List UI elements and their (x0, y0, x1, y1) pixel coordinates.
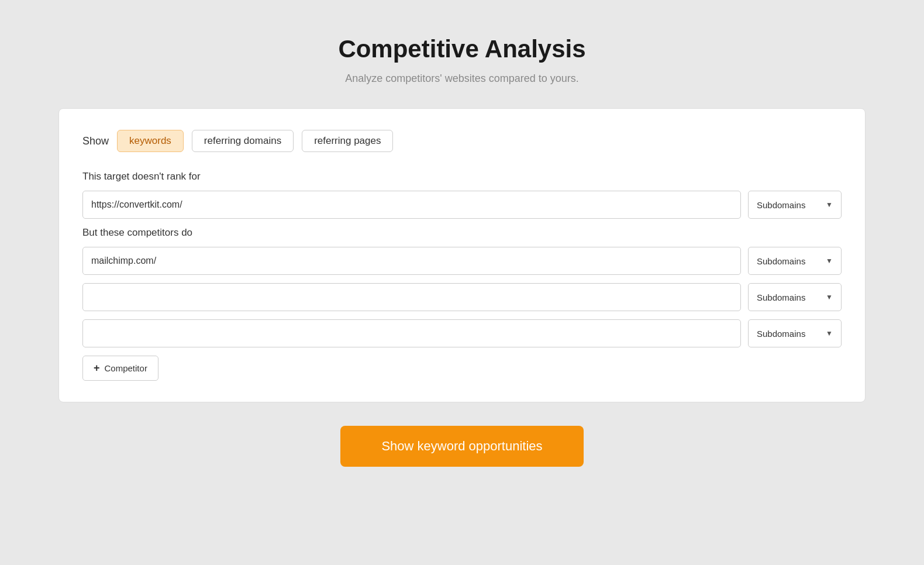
chevron-down-icon: ▼ (826, 257, 833, 265)
page-subtitle: Analyze competitors' websites compared t… (345, 73, 579, 85)
competitor-input-1[interactable] (82, 283, 741, 311)
plus-icon: + (94, 362, 100, 374)
show-label: Show (82, 135, 109, 147)
competitor-dropdown-label-0: Subdomains (757, 256, 805, 266)
show-row: Show keywords referring domains referrin… (82, 130, 842, 152)
target-dropdown[interactable]: Subdomains ▼ (748, 191, 842, 219)
competitor-row-0: Subdomains ▼ (82, 247, 842, 275)
target-section-label: This target doesn't rank for (82, 171, 842, 182)
competitor-dropdown-1[interactable]: Subdomains ▼ (748, 283, 842, 311)
competitor-input-0[interactable] (82, 247, 741, 275)
tab-referring-domains[interactable]: referring domains (192, 130, 294, 152)
show-keyword-opportunities-button[interactable]: Show keyword opportunities (340, 426, 583, 467)
target-section: This target doesn't rank for Subdomains … (82, 171, 842, 219)
target-dropdown-label: Subdomains (757, 200, 805, 210)
add-competitor-button[interactable]: + Competitor (82, 356, 158, 381)
competitor-row-2: Subdomains ▼ (82, 319, 842, 347)
main-card: Show keywords referring domains referrin… (58, 108, 866, 402)
competitor-input-2[interactable] (82, 319, 741, 347)
tab-keywords[interactable]: keywords (117, 130, 184, 152)
add-competitor-label: Competitor (105, 363, 147, 373)
competitor-dropdown-2[interactable]: Subdomains ▼ (748, 319, 842, 347)
tab-referring-pages[interactable]: referring pages (302, 130, 393, 152)
competitors-section-label: But these competitors do (82, 227, 842, 239)
competitor-dropdown-0[interactable]: Subdomains ▼ (748, 247, 842, 275)
chevron-down-icon: ▼ (826, 293, 833, 301)
competitor-dropdown-label-1: Subdomains (757, 292, 805, 302)
chevron-down-icon: ▼ (826, 201, 833, 209)
competitors-section: But these competitors do Subdomains ▼ Su… (82, 227, 842, 381)
competitor-row-1: Subdomains ▼ (82, 283, 842, 311)
page-title: Competitive Analysis (338, 35, 585, 63)
competitor-dropdown-label-2: Subdomains (757, 329, 805, 339)
chevron-down-icon: ▼ (826, 329, 833, 337)
target-url-input[interactable] (82, 191, 741, 219)
target-input-row: Subdomains ▼ (82, 191, 842, 219)
